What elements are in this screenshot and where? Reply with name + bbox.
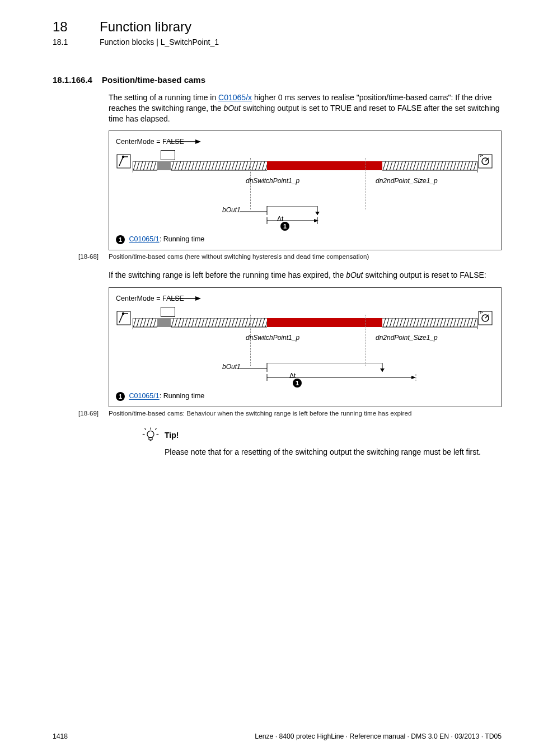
switch-point-1-label-2: dnSwitchPoint1_p: [246, 334, 299, 342]
page-number: 1418: [53, 732, 68, 740]
svg-line-70: [145, 428, 146, 430]
svg-marker-5: [195, 139, 201, 144]
svg-rect-15: [171, 161, 267, 170]
figure-2-tag: [18-69]: [78, 409, 109, 417]
tip-text: Please note that for a resetting of the …: [165, 447, 502, 458]
svg-line-33: [119, 314, 123, 323]
diagram-1: CenterMode = FALSE: [109, 130, 502, 250]
svg-rect-10: [133, 161, 157, 170]
divider-rule: _ _ _ _ _ _ _ _ _ _ _ _ _ _ _ _ _ _ _ _ …: [53, 62, 502, 63]
svg-marker-37: [195, 296, 201, 301]
footer-meta: Lenze · 8400 protec HighLine · Reference…: [255, 732, 502, 740]
subsection-number: 18.1.166.4: [53, 75, 102, 85]
svg-line-1: [119, 157, 123, 166]
figure-1-tag: [18-68]: [78, 253, 109, 260]
legend-bubble-icon: 1: [116, 235, 125, 244]
figure-2-text: Position/time-based cams: Behaviour when…: [109, 409, 411, 417]
svg-point-64: [147, 431, 154, 438]
legend-bubble-icon-2: 1: [116, 392, 125, 401]
track-origin-icon-2: [116, 308, 133, 328]
subsection-heading: 18.1.166.4Position/time-based cams: [53, 75, 502, 85]
track-hatch-1b: [171, 318, 267, 329]
var-bout-2: bOut: [346, 270, 363, 279]
switch-point-1-label: dnSwitchPoint1_p: [246, 177, 299, 185]
switch-point-2-label-2: dn2ndPoint_Size1_p: [376, 334, 438, 342]
track-hatch-pre: [133, 161, 157, 172]
figure-1-text: Position/time-based cams (here without s…: [109, 253, 369, 260]
track-origin-icon: [116, 151, 133, 171]
track-hatch-1: [171, 161, 267, 172]
section-title: Function blocks | L_SwitchPoint_1: [100, 38, 219, 46]
cam-block-icon: [161, 150, 175, 160]
svg-line-71: [155, 428, 156, 430]
bout-wave-1: [240, 206, 430, 226]
cam-block-icon-2: [161, 307, 175, 317]
lightbulb-icon: [142, 427, 159, 444]
direction-arrow-icon: [167, 138, 201, 146]
var-bout-1: bOut: [223, 104, 240, 113]
paragraph-2: If the switching range is left before th…: [109, 270, 502, 281]
link-c01065-1b[interactable]: C01065/1: [129, 393, 159, 400]
section-header: 18.1Function blocks | L_SwitchPoint_1: [53, 38, 502, 46]
diagram-2-legend: 1 C01065/1: Running time: [116, 392, 494, 401]
svg-rect-47: [171, 318, 267, 327]
svg-marker-29: [314, 219, 318, 222]
svg-rect-42: [133, 318, 157, 327]
diagram-2: CenterMode = FALSE: [109, 287, 502, 407]
page-footer: 1418 Lenze · 8400 protec HighLine · Refe…: [53, 732, 502, 740]
track-hatch-pre-2: [133, 318, 157, 329]
direction-arrow-icon-2: [167, 295, 201, 302]
svg-marker-61: [411, 376, 416, 379]
guide-line-2: [366, 158, 366, 209]
link-c01065x[interactable]: C01065/x: [218, 93, 252, 102]
bout-label: bOut1: [222, 206, 241, 214]
track-hatch-2: [382, 161, 477, 172]
svg-marker-27: [315, 212, 320, 215]
subsection-title: Position/time-based cams: [102, 75, 205, 85]
track-gray-segment-2: [157, 318, 171, 327]
tip-label: Tip!: [165, 431, 179, 440]
guide-line-2b: [366, 315, 366, 366]
chapter-title: Function library: [100, 19, 191, 34]
encoder-icon: [477, 151, 494, 171]
callout-bubble-2: 1: [293, 379, 302, 388]
svg-rect-19: [382, 161, 477, 170]
chapter-number: 18: [53, 19, 100, 35]
encoder-icon-2: [477, 308, 494, 328]
svg-rect-51: [382, 318, 477, 327]
figure-1-caption: [18-68]Position/time-based cams (here wi…: [78, 253, 502, 260]
track-hatch-2b: [382, 318, 477, 329]
callout-bubble-1: 1: [280, 222, 289, 231]
paragraph-1: The setting of a running time in C01065/…: [109, 92, 502, 124]
diagram-1-legend: 1 C01065/1: Running time: [116, 235, 494, 244]
bout-wave-2: [240, 363, 475, 383]
chapter-header: 18Function library: [53, 19, 502, 35]
figure-2-caption: [18-69]Position/time-based cams: Behavio…: [78, 409, 502, 417]
track-gray-segment: [157, 161, 171, 170]
section-number: 18.1: [53, 38, 100, 46]
svg-marker-59: [380, 368, 385, 372]
switch-point-2-label: dn2ndPoint_Size1_p: [376, 177, 438, 185]
bout-label-2: bOut1: [222, 363, 241, 371]
link-c01065-1a[interactable]: C01065/1: [129, 236, 159, 244]
